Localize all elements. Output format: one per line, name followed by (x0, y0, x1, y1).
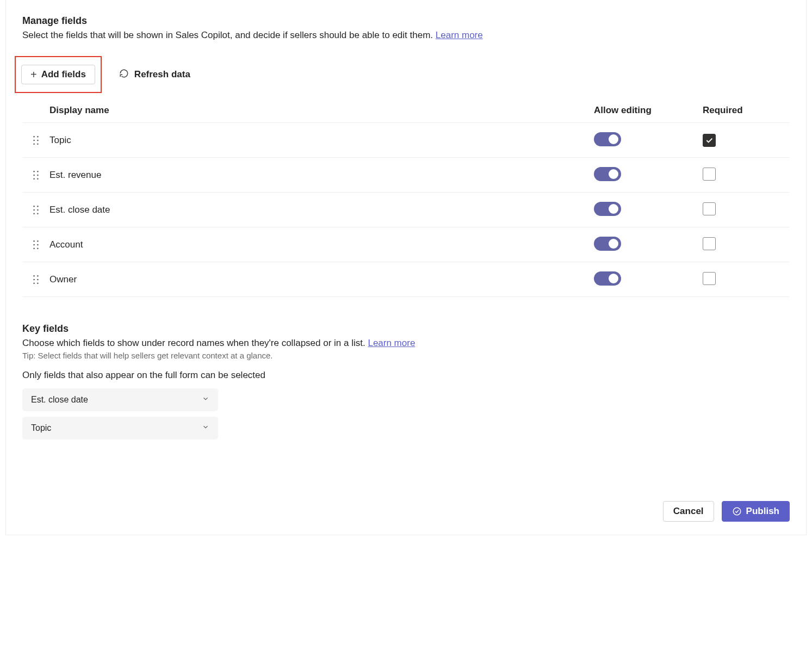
add-fields-highlight: + Add fields (15, 56, 102, 93)
required-checkbox[interactable] (703, 168, 716, 181)
table-row: Owner (22, 262, 790, 297)
svg-point-27 (37, 279, 39, 280)
svg-point-10 (33, 178, 35, 180)
svg-point-24 (33, 275, 35, 276)
required-checkbox[interactable] (703, 237, 716, 250)
table-row: Est. revenue (22, 158, 790, 193)
refresh-label: Refresh data (134, 69, 190, 80)
learn-more-link[interactable]: Learn more (436, 30, 483, 40)
field-name: Est. revenue (49, 170, 594, 181)
svg-point-29 (37, 282, 39, 284)
drag-handle-icon[interactable] (22, 170, 49, 180)
svg-point-14 (33, 209, 35, 211)
add-fields-label: Add fields (41, 69, 86, 80)
allow-editing-toggle[interactable] (594, 132, 621, 146)
svg-point-8 (33, 174, 35, 176)
key-desc-text: Choose which fields to show under record… (22, 338, 368, 348)
svg-point-20 (33, 244, 35, 245)
col-display-name: Display name (49, 105, 594, 116)
manage-fields-description: Select the fields that will be shown in … (22, 30, 790, 41)
allow-editing-toggle[interactable] (594, 167, 621, 181)
field-name: Topic (49, 135, 594, 146)
table-header: Display name Allow editing Required (22, 101, 790, 123)
key-fields-tip: Tip: Select fields that will help seller… (22, 351, 790, 360)
svg-point-7 (37, 170, 39, 172)
svg-point-22 (33, 248, 35, 249)
svg-point-1 (37, 135, 39, 137)
field-name: Est. close date (49, 205, 594, 215)
toolbar: + Add fields Refresh data (22, 56, 790, 93)
drag-handle-icon[interactable] (22, 275, 49, 284)
key-field-select-1[interactable]: Est. close date (22, 388, 218, 411)
key-field-select-2[interactable]: Topic (22, 417, 218, 440)
svg-point-28 (33, 282, 35, 284)
svg-point-15 (37, 209, 39, 211)
plus-icon: + (30, 69, 37, 80)
publish-button[interactable]: Publish (722, 501, 790, 522)
description-text: Select the fields that will be shown in … (22, 30, 436, 40)
publish-label: Publish (746, 506, 779, 517)
chevron-down-icon (202, 395, 209, 405)
select-value: Est. close date (31, 395, 88, 405)
svg-point-12 (33, 205, 35, 207)
svg-point-2 (33, 139, 35, 141)
svg-point-4 (33, 143, 35, 145)
manage-fields-title: Manage fields (22, 15, 790, 27)
table-row: Account (22, 227, 790, 262)
svg-point-18 (33, 240, 35, 242)
svg-point-5 (37, 143, 39, 145)
svg-point-11 (37, 178, 39, 180)
footer-actions: Cancel Publish (663, 501, 790, 522)
svg-point-6 (33, 170, 35, 172)
svg-point-13 (37, 205, 39, 207)
allow-editing-toggle[interactable] (594, 237, 621, 251)
svg-point-9 (37, 174, 39, 176)
svg-point-16 (33, 213, 35, 214)
key-learn-more-link[interactable]: Learn more (368, 338, 415, 348)
refresh-data-button[interactable]: Refresh data (117, 65, 193, 85)
table-row: Est. close date (22, 193, 790, 227)
allow-editing-toggle[interactable] (594, 271, 621, 286)
required-checkbox[interactable] (703, 134, 716, 147)
refresh-icon (119, 69, 129, 81)
key-fields-title: Key fields (22, 323, 790, 335)
svg-point-19 (37, 240, 39, 242)
drag-handle-icon[interactable] (22, 135, 49, 145)
col-required: Required (703, 105, 790, 116)
key-fields-description: Choose which fields to show under record… (22, 338, 790, 349)
cancel-button[interactable]: Cancel (663, 501, 714, 522)
col-allow-editing: Allow editing (594, 105, 703, 116)
field-name: Owner (49, 274, 594, 285)
add-fields-button[interactable]: + Add fields (21, 65, 95, 84)
field-name: Account (49, 239, 594, 250)
drag-handle-icon[interactable] (22, 240, 49, 250)
drag-handle-icon[interactable] (22, 205, 49, 215)
key-fields-note: Only fields that also appear on the full… (22, 370, 790, 381)
svg-point-0 (33, 135, 35, 137)
fields-table: Display name Allow editing Required Topi… (22, 101, 790, 297)
svg-point-30 (733, 508, 741, 515)
required-checkbox[interactable] (703, 272, 716, 285)
check-circle-icon (732, 506, 742, 516)
allow-editing-toggle[interactable] (594, 202, 621, 216)
svg-point-25 (37, 275, 39, 276)
key-fields-section: Key fields Choose which fields to show u… (22, 323, 790, 440)
svg-point-21 (37, 244, 39, 245)
svg-point-3 (37, 139, 39, 141)
svg-point-23 (37, 248, 39, 249)
select-value: Topic (31, 423, 51, 433)
required-checkbox[interactable] (703, 202, 716, 215)
svg-point-17 (37, 213, 39, 214)
svg-point-26 (33, 279, 35, 280)
table-row: Topic (22, 123, 790, 158)
chevron-down-icon (202, 423, 209, 433)
